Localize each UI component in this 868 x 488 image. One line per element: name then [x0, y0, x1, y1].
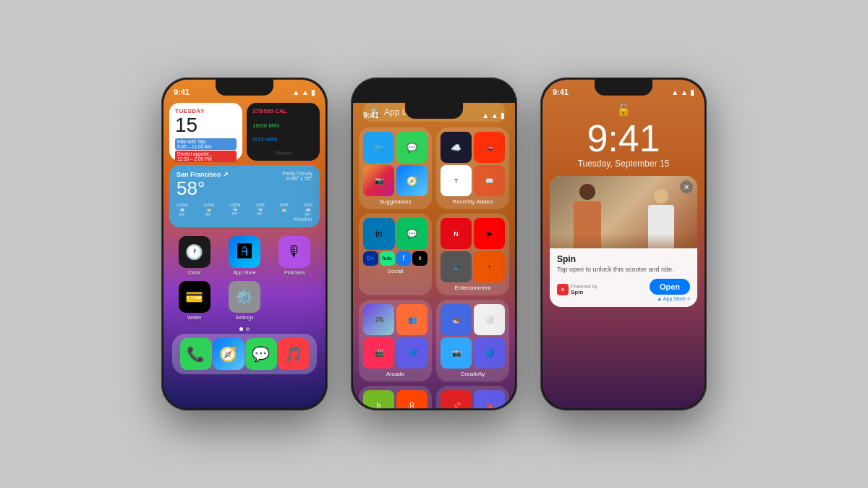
linkedin-icon: in: [363, 218, 395, 250]
creativity-label: Creativity: [441, 371, 505, 377]
status-time-1: 9:41: [174, 88, 190, 96]
appstore-icon: 🅰: [229, 236, 260, 268]
safari-icon-2: 🧭: [396, 165, 427, 196]
suggestions-label: Suggestions: [363, 198, 427, 205]
lock-time: 9:41: [542, 117, 705, 157]
battery-icon-3: ▮: [690, 88, 694, 96]
arcade-icon-1: 🎮: [363, 304, 394, 335]
entertainment-icons: N ▶ 📺 +: [441, 218, 505, 282]
settings-label: Settings: [235, 315, 253, 320]
signal-icon-3: ▲: [671, 88, 678, 96]
wechat-icon: 💬: [396, 218, 428, 250]
close-notification-button[interactable]: ✕: [680, 180, 693, 193]
folder-suggestions[interactable]: 🐦 💬 📷 🧭 Suggestions: [359, 127, 432, 209]
fitness-widget[interactable]: 375/500 CAL 19/30 MIN 4/12 HRS Fitness: [247, 103, 320, 161]
dot-2: [246, 327, 250, 331]
phone-icon: 📞: [180, 338, 212, 370]
calendar-event-1: Hike with Tejo 9:45 – 11:00 AM: [175, 138, 237, 150]
status-time-2: 9:41: [363, 111, 379, 119]
weather-temp: 58°: [176, 178, 229, 199]
calendar-widget[interactable]: TUESDAY 15 Hike with Tejo 9:45 – 11:00 A…: [169, 103, 242, 161]
notification-description: Tap open to unlock this scooter and ride…: [557, 266, 690, 274]
calendar-date: 15: [175, 114, 237, 137]
calendar-event-2: Dentist appoint... 12:30 – 2:00 PM: [175, 151, 237, 162]
r-icon: R: [396, 390, 427, 408]
dock-messages[interactable]: 💬: [245, 338, 277, 370]
misc2-icon-2: 🔖: [474, 390, 505, 408]
houzz-icon: h: [363, 390, 394, 408]
nyt-icon: T: [441, 165, 472, 196]
recently-added-icons: ☁️ 🚗 T 📖: [441, 132, 505, 196]
phone-3: 9:41 ▲ ▲ ▮ 🔓 9:41 Tuesday, September 15: [540, 77, 707, 411]
dock-safari[interactable]: 🧭: [213, 338, 244, 370]
calendar-events: Hike with Tejo 9:45 – 11:00 AM Dentist a…: [175, 138, 237, 162]
app-appstore[interactable]: 🅰 App Store: [222, 236, 266, 275]
status-time-3: 9:41: [553, 88, 569, 96]
creativity-icon-1: 🦔: [441, 304, 472, 335]
phone3-background: 9:41 ▲ ▲ ▮ 🔓 9:41 Tuesday, September 15: [542, 80, 705, 408]
signal-icon: ▲: [292, 88, 299, 96]
facebook-icon: f: [396, 251, 412, 266]
fitness-minutes: 19/30 MIN: [252, 122, 314, 129]
status-icons-3: ▲ ▲ ▮: [671, 88, 694, 96]
doordash-icon: 🚗: [474, 132, 505, 163]
tiktok-icon: tt: [412, 251, 427, 266]
weather-widget[interactable]: San Francisco ↗ 58° Partly Cloudy H:66° …: [169, 165, 320, 227]
notch-2: [405, 103, 463, 119]
folder-entertainment[interactable]: N ▶ 📺 + Entertainment: [436, 214, 509, 295]
dock: 📞 🧭 💬 🎵: [172, 334, 317, 374]
battery-icon: ▮: [311, 88, 315, 96]
phone1-background: 9:41 ▲ ▲ ▮ TUESDAY 15 Hike with Tejo 9:4: [163, 80, 326, 408]
folder-misc-2[interactable]: 📌 🔖 🎯 🔴: [436, 386, 509, 408]
folder-misc-1[interactable]: h R 🐉 👾: [359, 386, 432, 408]
folder-creativity[interactable]: 🦔 ⚪ 📷 🔵 Creativity: [436, 300, 509, 382]
signal-icon-2: ▲: [482, 112, 489, 119]
netflix-icon: N: [441, 218, 472, 249]
phone-1: 9:41 ▲ ▲ ▮ TUESDAY 15 Hike with Tejo 9:4: [161, 77, 328, 411]
app-wallet[interactable]: 💳 Wallet: [172, 281, 216, 320]
folder-recently-added[interactable]: ☁️ 🚗 T 📖 Recently Added: [436, 127, 509, 209]
weather-label: Weather: [176, 216, 312, 222]
app-clock[interactable]: 🕐 Clock: [172, 236, 216, 275]
podcasts-icon: 🎙: [278, 236, 310, 268]
clock-icon: 🕐: [179, 236, 210, 268]
dock-music[interactable]: 🎵: [278, 338, 310, 370]
open-button[interactable]: Open: [650, 279, 690, 295]
messages-icon-2: 💬: [396, 132, 427, 163]
wallet-label: Wallet: [187, 315, 201, 320]
disney-icon: D+: [363, 251, 378, 266]
notification-image: ✕: [550, 176, 697, 248]
ent-more-icon: +: [474, 251, 505, 282]
phone2-background: 9:41 ▲ ▲ ▮ 🔍 App Library 🐦 💬: [353, 103, 515, 408]
app-library-grid: 🐦 💬 📷 🧭 Suggestions ☁️ 🚗 T 📖: [353, 127, 515, 408]
social-label: Social: [363, 268, 427, 274]
cable-icon: 📺: [441, 251, 472, 282]
app-store-link[interactable]: ▲ App Store >: [657, 296, 690, 301]
weather-desc: Partly Cloudy: [282, 171, 312, 176]
fitness-hours: 4/12 HRS: [252, 136, 314, 143]
spin-app-icon: S: [557, 284, 569, 295]
music-icon: 🎵: [278, 338, 310, 370]
notification-card[interactable]: ✕ Spin Tap open to unlock this scooter a…: [550, 176, 697, 307]
dock-phone[interactable]: 📞: [180, 338, 212, 370]
arcade-label: Arcade: [363, 371, 427, 377]
folder-arcade[interactable]: 🎮 👥 🎬 💙 Arcade: [359, 300, 432, 382]
recently-added-label: Recently Added: [441, 198, 505, 205]
twitter-icon: 🐦: [363, 132, 394, 163]
creativity-icon-2: ⚪: [474, 304, 505, 335]
misc2-icon-1: 📌: [441, 390, 472, 408]
creativity-icons: 🦔 ⚪ 📷 🔵: [441, 304, 505, 369]
app-settings[interactable]: ⚙️ Settings: [222, 281, 266, 320]
status-icons-2: ▲ ▲ ▮: [482, 112, 505, 119]
misc1-icons: h R 🐉 👾: [363, 390, 427, 408]
status-icons-1: ▲ ▲ ▮: [292, 88, 315, 96]
notch: [216, 80, 273, 96]
cloud-icon: ☁️: [441, 132, 472, 163]
notification-content: Spin Tap open to unlock this scooter and…: [550, 248, 697, 307]
app-podcasts[interactable]: 🎙 Podcasts: [273, 236, 317, 275]
folder-social[interactable]: in 💬 D+ hulu f tt Social: [359, 214, 432, 295]
creativity-icon-3: 📷: [441, 337, 472, 369]
epi-icon: 📖: [474, 165, 505, 196]
podcasts-label: Podcasts: [284, 270, 305, 275]
fitness-calories: 375/500 CAL: [252, 108, 314, 114]
